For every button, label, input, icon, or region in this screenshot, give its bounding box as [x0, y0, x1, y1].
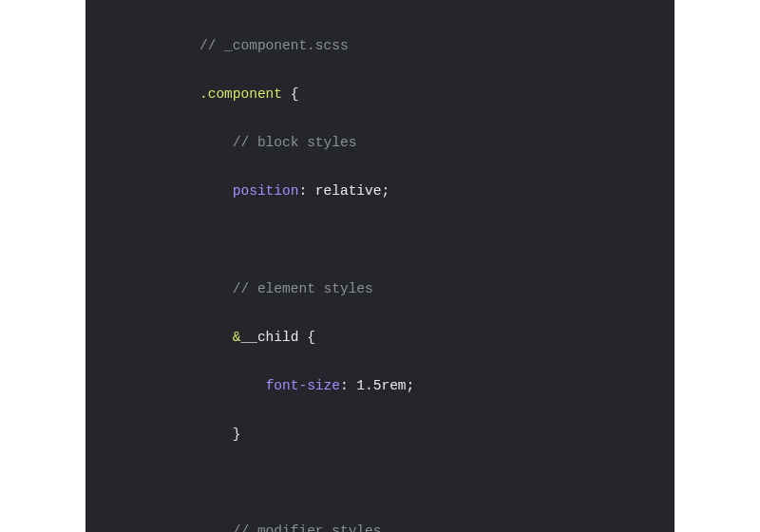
semicolon: ;: [407, 378, 415, 393]
code-line: &__child {: [200, 326, 652, 351]
code-line: // element styles: [200, 277, 652, 302]
semicolon: ;: [381, 183, 390, 199]
indent: [200, 330, 233, 345]
code-editor: // _component.scss .component { // block…: [86, 0, 674, 532]
indent: [200, 427, 233, 442]
code-line: // block styles: [200, 131, 652, 156]
code-line: }: [200, 423, 652, 447]
code-line: // modifier styles: [200, 520, 652, 532]
colon: :: [298, 183, 307, 199]
value: relative: [315, 183, 382, 199]
comment: // modifier styles: [233, 523, 382, 532]
indent: [200, 281, 233, 296]
parent-ref: &: [233, 330, 241, 345]
indent: [200, 183, 233, 199]
code-line: position: relative;: [200, 180, 652, 204]
indent: [200, 523, 233, 532]
code-line: font-size: 1.5rem;: [200, 374, 652, 399]
selector: .component: [200, 86, 282, 102]
comment: // element styles: [233, 281, 373, 296]
blank-line: [200, 471, 652, 496]
code-line: .component {: [200, 83, 652, 107]
brace: {: [282, 86, 298, 102]
code-line: // _component.scss: [200, 34, 652, 59]
brace: {: [298, 330, 314, 345]
blank-line: [200, 228, 652, 253]
comment: // _component.scss: [200, 38, 349, 53]
space: [307, 183, 315, 199]
property: position: [233, 183, 299, 199]
element-suffix: __child: [241, 330, 299, 345]
indent: [200, 378, 266, 393]
comment: // block styles: [233, 135, 357, 150]
value: 1.5rem: [356, 378, 406, 393]
brace: }: [233, 427, 241, 442]
indent: [200, 135, 233, 150]
colon: :: [340, 378, 349, 393]
property: font-size: [266, 378, 340, 393]
